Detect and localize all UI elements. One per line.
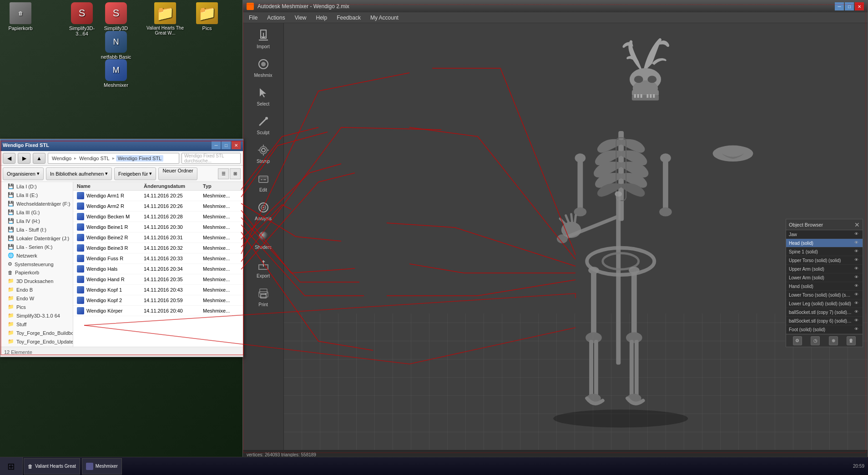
menu-actions[interactable]: Actions — [263, 14, 288, 22]
sidebar-item-pics[interactable]: 📁 Pics — [0, 303, 73, 311]
mm-maximize-button[interactable]: □ — [845, 2, 854, 10]
breadcrumb-wendigo-fixed[interactable]: Wendigo Fixed STL — [116, 155, 163, 162]
edit-tool-button[interactable]: Edit — [246, 169, 280, 195]
obj-browser-item[interactable]: Upper Torso (solid) (solid) 👁 — [786, 256, 863, 265]
sidebar-item-netzwerk[interactable]: 🌐 Netzwerk — [0, 251, 73, 260]
address-bar[interactable]: Wendigo ▸ Wendigo STL ▸ Wendigo Fixed ST… — [48, 153, 179, 164]
obj-merge-button[interactable]: ⊕ — [829, 336, 838, 345]
sidebar-item-3ddrucksachen[interactable]: 📁 3D Drucksachen — [0, 277, 73, 285]
organize-button[interactable]: Organisieren ▾ — [3, 167, 44, 180]
file-row[interactable]: Wendigo Hand R 14.11.2016 20:35 Meshmixe… — [73, 274, 243, 285]
sidebar-item-lila-serien[interactable]: 💾 Lila - Serien (K:) — [0, 243, 73, 251]
new-folder-button[interactable]: Neuer Ordner — [158, 167, 197, 180]
obj-item-visibility-icon[interactable]: 👁 — [854, 309, 860, 315]
sidebar-item-lila3[interactable]: 💾 Lila III (G:) — [0, 208, 73, 217]
obj-item-visibility-icon[interactable]: 👁 — [854, 249, 860, 254]
obj-item-visibility-icon[interactable]: 👁 — [854, 258, 860, 263]
obj-item-visibility-icon[interactable]: 👁 — [854, 283, 860, 289]
maximize-button[interactable]: □ — [222, 141, 231, 149]
file-row[interactable]: Wendigo Körper 14.11.2016 20:40 Meshmixe… — [73, 306, 243, 316]
sidebar-item-simplify[interactable]: 📁 Simplify3D-3.1.0 64 — [0, 311, 73, 320]
desktop-icon-recyclebin[interactable]: 🗑 Papierkorb — [2, 2, 39, 31]
desktop-icon-netfabb[interactable]: N netfabb Basic — [98, 31, 134, 60]
print-tool-button[interactable]: Print — [246, 283, 280, 310]
file-row[interactable]: Wendigo Fuss R 14.11.2016 20:33 Meshmixe… — [73, 253, 243, 264]
menu-feedback[interactable]: Feedback — [333, 14, 364, 22]
desktop-icon-simplify64[interactable]: S Simplify3D-3...64 — [64, 2, 100, 36]
column-date[interactable]: Änderungsdatum — [144, 183, 203, 189]
object-browser-close-button[interactable]: ✕ — [854, 221, 860, 228]
analysis-tool-button[interactable]: Analysis — [246, 197, 280, 224]
file-row[interactable]: Wendigo Kopf 2 14.11.2016 20:59 Meshmixe… — [73, 295, 243, 306]
forward-button[interactable]: ▶ — [18, 153, 30, 164]
stamp-tool-button[interactable]: Stamp — [246, 140, 280, 167]
obj-item-visibility-icon[interactable]: 👁 — [854, 327, 860, 332]
obj-item-visibility-icon[interactable]: 👁 — [854, 266, 860, 272]
up-button[interactable]: ▲ — [33, 153, 45, 164]
obj-delete-button[interactable]: 🗑 — [847, 336, 856, 345]
taskbar-item-meshmixer[interactable]: Meshmixer — [82, 458, 122, 475]
file-row[interactable]: Wendigo Beine3 R 14.11.2016 20:32 Meshmi… — [73, 243, 243, 253]
obj-browser-item[interactable]: Hand (solid) 👁 — [786, 282, 863, 291]
column-name[interactable]: Name — [77, 183, 144, 189]
sidebar-item-systemsteuerung[interactable]: ⚙ Systemsteuerung — [0, 260, 73, 268]
menu-file[interactable]: File — [245, 14, 261, 22]
view-icons-button[interactable]: ⊞ — [230, 168, 241, 179]
obj-item-visibility-icon[interactable]: 👁 — [854, 275, 860, 280]
add-to-library-button[interactable]: In Bibliothek aufnehmen ▾ — [46, 167, 112, 180]
obj-clock-button[interactable]: ◷ — [811, 336, 820, 345]
back-button[interactable]: ◀ — [3, 153, 15, 164]
sidebar-item-local[interactable]: 💾 Lokaler Datenträger (J:) — [0, 234, 73, 243]
shaders-tool-button[interactable]: Shaders — [246, 226, 280, 253]
obj-browser-item[interactable]: Spine 1 (solid) 👁 — [786, 248, 863, 256]
meshmix-tool-button[interactable]: Meshmix — [246, 54, 280, 81]
file-row[interactable]: Wendigo Beine1 R 14.11.2016 20:30 Meshmi… — [73, 222, 243, 232]
obj-browser-item[interactable]: ballSocket.stl (copy 7) (solid) (solid) … — [786, 308, 863, 317]
sidebar-item-toy-endo-buildbot[interactable]: 📁 Toy_Forge_Endo_Buildbot — [0, 328, 73, 337]
obj-browser-item[interactable]: Upper Arm (solid) 👁 — [786, 265, 863, 273]
export-tool-button[interactable]: Export — [246, 255, 280, 281]
breadcrumb-wendigo[interactable]: Wendigo — [50, 156, 73, 161]
search-box[interactable]: Wendigo Fixed STL durchsuche... — [182, 153, 241, 164]
sidebar-item-toy-endo-updated[interactable]: 📁 Toy_Forge_Endo_Updated — [0, 337, 73, 346]
sidebar-item-lila-stuff[interactable]: 💾 Lila - Stuff (I:) — [0, 225, 73, 234]
file-row[interactable]: Wendigo Becken M 14.11.2016 20:28 Meshmi… — [73, 212, 243, 222]
obj-browser-item[interactable]: ballSocket.stl (copy 6) (solid) (solid) … — [786, 317, 863, 325]
menu-help[interactable]: Help — [313, 14, 331, 22]
desktop-icon-pics[interactable]: 📁 Pics — [189, 2, 225, 31]
sidebar-item-papierkorb[interactable]: 🗑 Papierkorb — [0, 268, 73, 277]
obj-browser-item[interactable]: Head (solid) 👁 — [786, 239, 863, 248]
mm-minimize-button[interactable]: ─ — [835, 2, 844, 10]
sidebar-item-lila2[interactable]: 💾 Lila II (E:) — [0, 191, 73, 199]
obj-add-button[interactable]: ⚙ — [793, 336, 802, 345]
file-row[interactable]: Wendigo Arm2 R 14.11.2016 20:26 Meshmixe… — [73, 201, 243, 212]
file-row[interactable]: Wendigo Beine2 R 14.11.2016 20:31 Meshmi… — [73, 232, 243, 243]
sidebar-item-endo-w[interactable]: 📁 Endo W — [0, 294, 73, 303]
desktop-icon-simplify[interactable]: S Simplify3D — [98, 2, 134, 31]
obj-browser-item[interactable]: Lower Torso (solid) (solid) (solid) 👁 — [786, 291, 863, 299]
obj-browser-item[interactable]: Lower Leg (solid) (solid) (solid) 👁 — [786, 299, 863, 308]
meshmixer-viewport[interactable]: Object Browser ✕ Jaw 👁 Head (solid) 👁 Sp… — [284, 23, 868, 450]
sidebar-item-wechsel[interactable]: 💾 Wechseldatenträger (F:) — [0, 199, 73, 208]
obj-item-visibility-icon[interactable]: 👁 — [854, 301, 860, 306]
file-row[interactable]: Wendigo Hals 14.11.2016 20:34 Meshmixe..… — [73, 264, 243, 274]
column-type[interactable]: Typ — [203, 183, 239, 189]
menu-myaccount[interactable]: My Account — [367, 14, 402, 22]
mm-close-button[interactable]: ✕ — [855, 2, 864, 10]
taskbar-start-button[interactable]: ⊞ — [0, 457, 23, 475]
close-button[interactable]: ✕ — [232, 141, 241, 149]
view-details-button[interactable]: ☰ — [218, 168, 229, 179]
sidebar-item-endo-b[interactable]: 📁 Endo B — [0, 285, 73, 294]
obj-item-visibility-icon[interactable]: 👁 — [854, 292, 860, 298]
share-button[interactable]: Freigeben für ▾ — [114, 167, 156, 180]
obj-item-visibility-icon[interactable]: 👁 — [854, 318, 860, 323]
obj-item-visibility-icon[interactable]: 👁 — [854, 232, 860, 237]
file-row[interactable]: Wendigo Kopf 1 14.11.2016 20:43 Meshmixe… — [73, 285, 243, 295]
import-tool-button[interactable]: Import — [246, 25, 280, 52]
sidebar-item-lila1[interactable]: 💾 Lila I (D:) — [0, 182, 73, 191]
desktop-icon-meshmixer[interactable]: M Meshmixer — [98, 59, 134, 88]
breadcrumb-wendigo-stl[interactable]: Wendigo STL — [78, 156, 111, 161]
file-row[interactable]: Wendigo Arm1 R 14.11.2016 20:25 Meshmixe… — [73, 191, 243, 201]
menu-view[interactable]: View — [291, 14, 310, 22]
taskbar-item-recyclebin[interactable]: 🗑 Valiant Hearts Great — [24, 458, 80, 475]
